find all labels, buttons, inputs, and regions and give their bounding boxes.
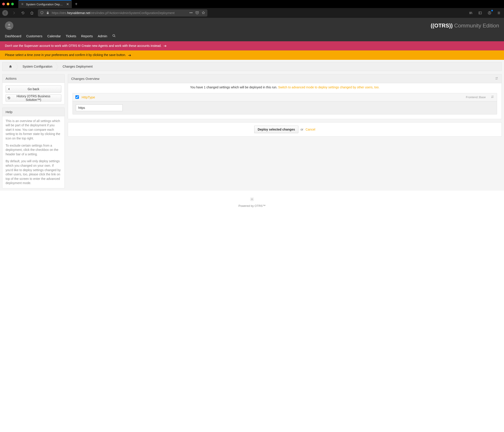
overview-message: You have 1 changed settings which will b… [68, 83, 502, 93]
tab-title: System Configuration Deployme [26, 3, 63, 6]
back-button[interactable] [2, 10, 8, 16]
nav-dashboard[interactable]: Dashboard [5, 34, 21, 38]
breadcrumb-home[interactable] [6, 62, 15, 71]
superuser-warning-banner[interactable]: Don't use the Superuser account to work … [0, 41, 504, 50]
url-bar[interactable]: https://otrs.heyvaldemar.net/otrs/index.… [38, 9, 207, 17]
changes-overview-panel: Changes Overview You have 1 changed sett… [68, 74, 502, 119]
nav-search-icon[interactable] [112, 34, 116, 38]
or-text: or [301, 128, 304, 131]
forward-button[interactable] [11, 10, 17, 16]
breadcrumb: System Configuration Changes Deployment [2, 62, 502, 71]
breadcrumb-sysconfig[interactable]: System Configuration [19, 62, 55, 71]
timezone-warning-banner[interactable]: Please select a time zone in your prefer… [0, 50, 504, 60]
library-icon[interactable] [468, 10, 474, 16]
svg-point-8 [8, 24, 10, 26]
page-actions-icon[interactable]: ••• [189, 11, 193, 15]
window-minimize-button[interactable] [7, 3, 9, 5]
tracking-protection-icon[interactable] [40, 11, 44, 15]
go-back-button[interactable]: Go back [6, 85, 61, 92]
account-icon[interactable] [486, 10, 492, 16]
sidebar: Actions Go back History (OTRS Business S… [2, 74, 65, 188]
app-header: ((OTRS)) Community Edition Dashboard Cus… [0, 18, 504, 41]
svg-point-7 [489, 12, 490, 13]
setting-header: HttpType Frontend::Base [73, 93, 497, 101]
footer: Powered by OTRS™ [0, 191, 504, 216]
brand-title: ((OTRS)) Community Edition [431, 23, 499, 29]
menu-icon[interactable] [496, 10, 502, 16]
main-nav: Dashboard Customers Calendar Tickets Rep… [5, 30, 499, 41]
setting-body [73, 101, 497, 114]
deploy-button[interactable]: Deploy selected changes [254, 126, 298, 133]
caret-left-icon [6, 88, 12, 90]
history-icon [6, 96, 12, 100]
nav-customers[interactable]: Customers [26, 34, 42, 38]
nav-calendar[interactable]: Calendar [47, 34, 61, 38]
browser-toolbar: https://otrs.heyvaldemar.net/otrs/index.… [0, 8, 504, 18]
changes-overview-header: Changes Overview [68, 74, 502, 83]
arrow-right-icon [163, 44, 167, 48]
actions-panel: Actions Go back History (OTRS Business S… [2, 74, 65, 104]
compare-icon[interactable] [495, 76, 498, 81]
help-text: This is an overview of all settings whic… [2, 116, 64, 188]
main-column: Changes Overview You have 1 changed sett… [68, 74, 502, 188]
sidebar-toggle-icon[interactable] [477, 10, 483, 16]
svg-line-10 [115, 36, 115, 37]
browser-chrome: System Configuration Deployme ✕ + https:… [0, 0, 504, 18]
svg-rect-4 [479, 12, 481, 14]
footer-text: Powered by OTRS™ [238, 204, 265, 208]
help-panel-header: Help [2, 108, 64, 116]
nav-reports[interactable]: Reports [81, 34, 93, 38]
deploy-panel: Deploy selected changes or Cancel [68, 122, 502, 137]
page-content: System Configuration Changes Deployment … [0, 60, 504, 191]
nav-tickets[interactable]: Tickets [66, 34, 76, 38]
actions-panel-header: Actions [2, 74, 64, 83]
new-tab-button[interactable]: + [75, 1, 78, 7]
pocket-icon[interactable] [195, 11, 199, 15]
breadcrumb-separator-icon [55, 62, 60, 71]
tab-close-icon[interactable]: ✕ [66, 2, 69, 6]
home-button[interactable] [29, 10, 35, 16]
setting-item: HttpType Frontend::Base [72, 93, 497, 114]
setting-category: Frontend::Base [466, 95, 486, 99]
window-maximize-button[interactable] [11, 3, 14, 5]
setting-include-checkbox[interactable] [75, 95, 79, 99]
svg-point-9 [113, 35, 115, 37]
advanced-mode-link[interactable]: Switch to advanced mode to deploy settin… [278, 85, 379, 89]
tab-favicon-icon [21, 3, 24, 6]
setting-name-link[interactable]: HttpType [82, 95, 95, 99]
breadcrumb-separator-icon [15, 62, 19, 71]
breadcrumb-deployment: Changes Deployment [60, 62, 96, 71]
window-close-button[interactable] [2, 3, 5, 5]
setting-compare-icon[interactable] [491, 95, 494, 99]
user-avatar[interactable] [5, 21, 13, 30]
cancel-link[interactable]: Cancel [306, 128, 315, 131]
arrow-right-icon [128, 54, 131, 57]
setting-value-input[interactable] [76, 104, 123, 111]
browser-tab[interactable]: System Configuration Deployme ✕ [18, 0, 72, 8]
reload-button[interactable] [20, 10, 26, 16]
help-panel: Help This is an overview of all settings… [2, 108, 65, 188]
nav-admin[interactable]: Admin [98, 34, 107, 38]
history-button[interactable]: History (OTRS Business Solution™) [6, 94, 61, 101]
bookmark-star-icon[interactable] [202, 11, 205, 15]
url-text: https://otrs.heyvaldemar.net/otrs/index.… [52, 11, 175, 15]
home-icon [9, 65, 12, 68]
tab-bar: System Configuration Deployme ✕ + [0, 0, 504, 8]
lock-icon[interactable] [46, 11, 50, 15]
window-controls [2, 3, 14, 5]
footer-logo-icon [250, 197, 254, 202]
